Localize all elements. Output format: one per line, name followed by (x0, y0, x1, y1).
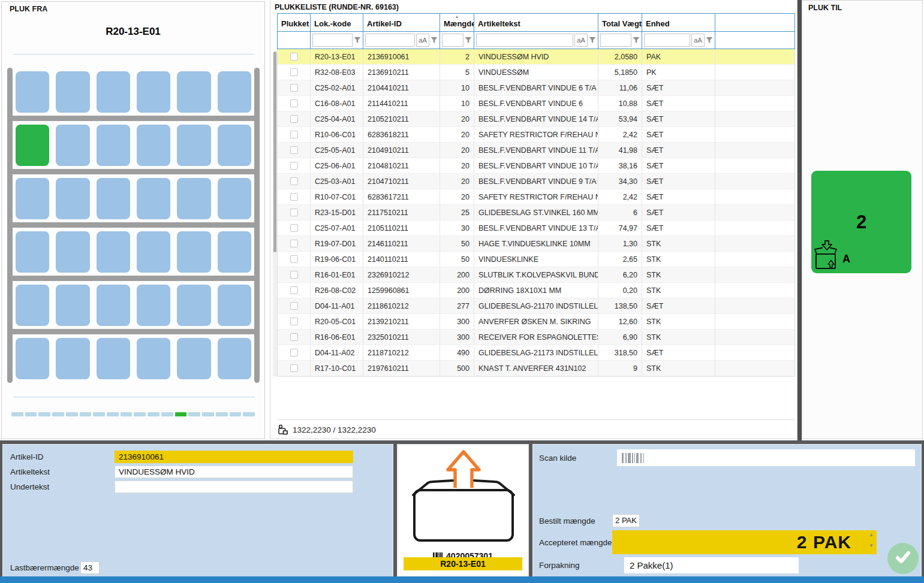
undertekst-input[interactable] (115, 481, 353, 493)
table-row[interactable]: R17-10-C012197610211500KNAST T. ANVERFER… (278, 361, 794, 376)
column-header-enhed[interactable]: Enhed (642, 14, 715, 31)
rack-location-active (16, 125, 49, 166)
filter-input-mængde[interactable] (442, 34, 463, 47)
accepteret-input[interactable]: 2 PAK ▲▼ (612, 530, 877, 554)
table-row[interactable]: D04-11-A012118610212277GLIDEBESLAG-21170… (278, 298, 794, 314)
cell-lok: R32-08-E03 (311, 65, 363, 80)
filter-funnel-icon[interactable] (633, 37, 640, 44)
row-checkbox[interactable] (290, 302, 298, 310)
row-checkbox[interactable] (290, 333, 298, 341)
table-scrollbar[interactable] (273, 52, 277, 376)
table-row[interactable]: R19-07-D01214611021150HAGE T.VINDUESKLIN… (278, 236, 794, 252)
forpakning-input[interactable]: 2 Pakke(1) (624, 557, 799, 573)
table-row[interactable]: R10-07-C01628361721120SAFETY RESTRICTOR … (278, 189, 794, 205)
row-checkbox[interactable] (290, 240, 298, 247)
row-checkbox[interactable] (290, 177, 298, 185)
column-header-total-vægt[interactable]: Total Vægt (598, 14, 642, 31)
filter-input-lok-kode[interactable] (312, 34, 353, 47)
artikeltekst-input[interactable]: VINDUESSØM HVID (115, 466, 353, 478)
stepper-up-icon[interactable]: ▲ (869, 533, 874, 537)
filter-funnel-icon[interactable] (706, 37, 713, 44)
row-checkbox[interactable] (290, 115, 298, 123)
row-checkbox[interactable] (290, 84, 298, 92)
cell-artikel: 6283617211 (363, 189, 440, 204)
table-row[interactable]: R20-13-E0121369100612VINDUESSØM HVID2,05… (278, 49, 794, 65)
cell-plukket (278, 236, 311, 251)
row-checkbox[interactable] (290, 162, 298, 170)
column-header-artikel-id[interactable]: Artikel-ID (363, 14, 440, 31)
table-row[interactable]: R20-05-C012139210211300ANVERFER ØSKEN M.… (278, 314, 794, 330)
row-checkbox[interactable] (290, 318, 298, 325)
row-checkbox[interactable] (290, 99, 298, 107)
table-row[interactable]: R10-06-C01628361821120SAFETY RESTRICTOR … (278, 127, 794, 143)
row-checkbox[interactable] (290, 68, 298, 76)
cell-maengde: 2 (440, 49, 474, 64)
row-checkbox[interactable] (290, 349, 298, 357)
lastbaerer-value[interactable]: 43 (80, 561, 100, 574)
quantity-stepper[interactable]: ▲▼ (869, 533, 874, 548)
check-icon (893, 548, 913, 569)
table-row[interactable]: R16-01-E012326910212200SLUTBLIK T.KOLVEP… (278, 267, 794, 283)
cell-maengde: 200 (440, 267, 474, 282)
cell-vaegt: 2,65 (598, 252, 642, 267)
cell-tekst: BESL.F.VENDBART VINDUE 6 (474, 96, 598, 111)
table-row[interactable]: C16-08-A01211441021110BESL.F.VENDBART VI… (278, 96, 794, 111)
row-checkbox[interactable] (290, 255, 298, 263)
row-checkbox[interactable] (290, 224, 298, 232)
row-checkbox[interactable] (290, 364, 298, 372)
filter-input-enhed[interactable] (644, 34, 690, 47)
cell-vaegt: 2,0580 (598, 49, 642, 64)
table-row[interactable]: R16-06-E012325010211300RECEIVER FOR ESPA… (278, 330, 794, 345)
confirm-button[interactable] (887, 543, 919, 574)
table-row[interactable]: C25-07-A01210511021130BESL.F.VENDBART VI… (278, 220, 794, 236)
cell-artikel: 2146110211 (363, 236, 440, 251)
scan-kilde-input[interactable] (617, 449, 915, 466)
row-checkbox[interactable] (290, 286, 298, 294)
row-checkbox[interactable] (290, 209, 298, 216)
scrollbar-thumb[interactable] (273, 52, 276, 252)
table-row[interactable]: C25-04-A01210521021120BESL.F.VENDBART VI… (278, 111, 794, 127)
filter-funnel-icon[interactable] (589, 37, 596, 44)
row-checkbox[interactable] (290, 193, 298, 201)
table-row[interactable]: R19-06-C01214011021150VINDUESKLINKE2,65S… (278, 252, 794, 267)
row-checkbox[interactable] (290, 271, 298, 279)
column-header-lok-kode[interactable]: Lok.-kode (311, 14, 363, 31)
table-row[interactable]: C25-06-A01210481021120BESL.F.VENDBART VI… (278, 158, 794, 174)
pick-to-slot[interactable]: 2 A (811, 171, 911, 273)
cell-plukket (278, 158, 311, 173)
cell-vaegt: 2,42 (598, 189, 642, 204)
rack-location (177, 71, 210, 113)
cell-enhed: SÆT (642, 80, 715, 95)
table-row[interactable]: C25-03-A01210471021120BESL.F.VENDBART VI… (278, 174, 794, 189)
table-row[interactable]: D04-11-A022118710212490GLIDEBESLAG-21173… (278, 345, 794, 361)
row-checkbox[interactable] (290, 53, 298, 61)
row-checkbox[interactable] (290, 131, 298, 138)
accepteret-value: 2 PAK (797, 530, 851, 554)
column-header-artikeltekst[interactable]: Artikeltekst (474, 14, 598, 31)
column-header-plukket[interactable]: Plukket (278, 14, 311, 31)
table-row[interactable]: C25-02-A01210441021110BESL.F.VENDBART VI… (278, 80, 794, 96)
stepper-down-icon[interactable]: ▼ (869, 543, 874, 548)
table-row[interactable]: C25-05-A01210491021120BESL.F.VENDBART VI… (278, 143, 794, 158)
cell-plukket (278, 111, 311, 126)
row-checkbox[interactable] (290, 146, 298, 154)
column-header-mængde[interactable]: ▲Mængde (440, 14, 474, 31)
case-toggle-button[interactable]: aA (691, 34, 705, 47)
filter-input-artikeltekst[interactable] (476, 34, 573, 47)
case-toggle-button[interactable]: aA (574, 34, 588, 47)
case-toggle-button[interactable]: aA (416, 34, 429, 47)
rack-location (16, 178, 49, 219)
rack-row (7, 285, 260, 326)
table-row[interactable]: R26-08-C021259960861200DØRRING 18X10X1 M… (278, 283, 794, 298)
pick-from-box-icon (398, 447, 529, 554)
filter-funnel-icon[interactable] (354, 37, 361, 44)
artikeltekst-label: Artikeltekst (10, 467, 50, 476)
cell-tekst: SLUTBLIK T.KOLVEPASKVIL BUND (474, 267, 598, 282)
artikel-id-input[interactable]: 2136910061 (115, 451, 353, 463)
filter-funnel-icon[interactable] (465, 37, 472, 44)
filter-input-total-vægt[interactable] (600, 34, 631, 47)
table-row[interactable]: R32-08-E0321369102115VINDUESSØM5,1850PK (278, 65, 794, 80)
filter-input-artikel-id[interactable] (365, 34, 415, 47)
filter-funnel-icon[interactable] (431, 37, 438, 44)
table-row[interactable]: R23-15-D01211751021125GLIDEBESLAG ST.VIN… (278, 205, 794, 220)
